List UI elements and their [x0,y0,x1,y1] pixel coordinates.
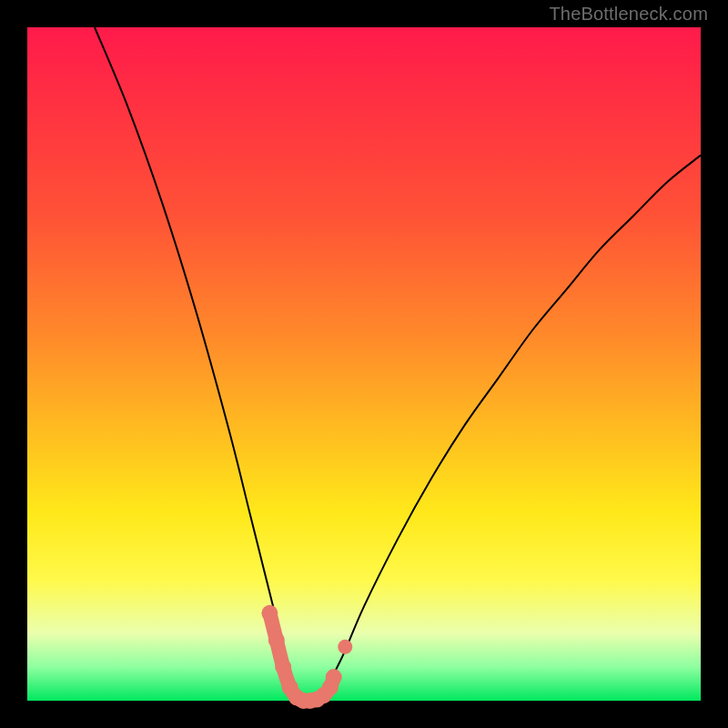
extra-marker [338,640,352,654]
highlight-marker [326,669,342,685]
watermark-text: TheBottleneck.com [549,4,708,25]
highlight-marker [261,605,278,622]
chart-frame: TheBottleneck.com [0,0,728,728]
extra-markers [338,640,352,654]
highlight-marker [275,659,291,675]
highlight-marker [268,632,285,648]
bottleneck-curve [95,27,701,702]
chart-svg [27,27,701,701]
highlight-segment [261,605,341,709]
